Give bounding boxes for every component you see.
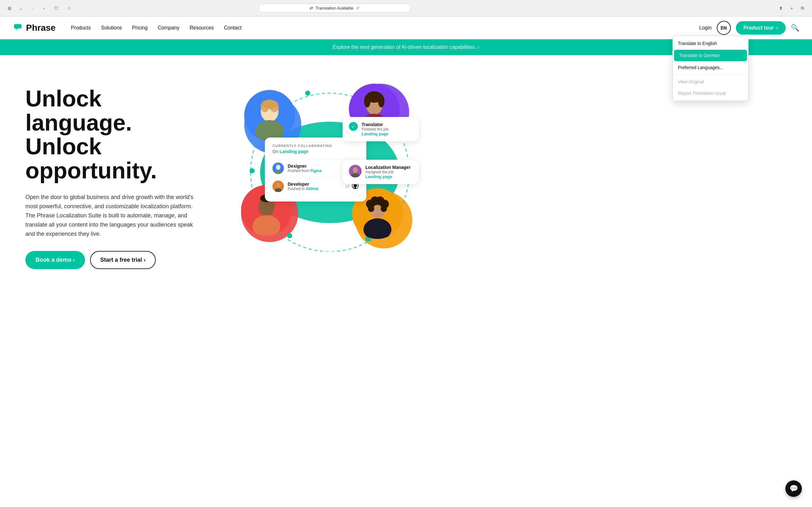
- github-link[interactable]: GitHub: [306, 187, 318, 191]
- browser-controls: ⊞ ⌄ ‹ ›: [5, 4, 48, 13]
- designer-name: Designer: [288, 164, 342, 169]
- dropdown-view-original: View Original: [673, 76, 748, 88]
- manager-action: Assigned the job: [365, 170, 410, 174]
- developer-action: Pushed to GitHub: [288, 187, 341, 191]
- logo-text: Phrase: [26, 23, 55, 33]
- hero-title-line2: Unlock opportunity.: [26, 134, 157, 183]
- phrase-logo-icon: [13, 23, 23, 33]
- nav-right: Login EN Product tour › 🔍: [699, 21, 799, 35]
- language-button[interactable]: EN: [717, 21, 731, 35]
- search-button[interactable]: 🔍: [791, 24, 799, 32]
- nav-products[interactable]: Products: [71, 25, 91, 31]
- hero-visual: CURRENTLY COLLABORATING On Landing page …: [216, 74, 432, 251]
- manager-card: Localization Manager Assigned the job La…: [343, 160, 419, 184]
- hero-description: Open the door to global business and dri…: [26, 193, 203, 238]
- svg-point-37: [276, 165, 281, 170]
- collab-link[interactable]: Landing page: [280, 149, 309, 154]
- manager-avatar-img: [349, 165, 362, 177]
- svg-point-16: [263, 100, 276, 109]
- developer-info: Developer Pushed to GitHub: [288, 181, 341, 191]
- tabs-icon[interactable]: ⧉: [798, 4, 807, 13]
- banner-text: Explore the next generation of AI-driven…: [333, 44, 479, 50]
- designer-avatar: [272, 163, 284, 174]
- address-bar[interactable]: ⇄ Translation Available ↺: [258, 3, 411, 13]
- svg-point-22: [378, 95, 385, 107]
- translate-icon: ⇄: [310, 6, 313, 10]
- logo[interactable]: Phrase: [13, 23, 55, 33]
- nav-contact[interactable]: Contact: [224, 25, 241, 31]
- nav-company[interactable]: Company: [158, 25, 179, 31]
- forward-btn[interactable]: ›: [39, 4, 48, 13]
- svg-point-35: [380, 206, 387, 212]
- translator-info: Translator Finished the job Landing page: [362, 122, 389, 136]
- hero-buttons: Book a demo › Start a free trial ›: [26, 251, 203, 269]
- person-avatar-1: [244, 90, 295, 141]
- address-text: Translation Available: [316, 6, 353, 10]
- hero-content: Unlock language. Unlock opportunity. Ope…: [26, 74, 203, 269]
- svg-point-6: [305, 91, 310, 96]
- svg-point-7: [250, 168, 255, 173]
- developer-avatar-img: [272, 181, 284, 192]
- manager-info: Localization Manager Assigned the job La…: [365, 165, 410, 179]
- translation-dropdown: Translate to English Translate to German…: [672, 36, 749, 101]
- browser-chrome: ⊞ ⌄ ‹ › 🛡 ☆ ⇄ Translation Available ↺ ⬆ …: [0, 0, 812, 16]
- manager-role: Localization Manager: [365, 165, 410, 170]
- chevron-down-btn[interactable]: ⌄: [16, 4, 26, 13]
- nav-links: Products Solutions Pricing Company Resou…: [71, 25, 241, 31]
- manager-avatar: [349, 165, 362, 177]
- new-tab-icon[interactable]: +: [787, 4, 796, 13]
- book-demo-button[interactable]: Book a demo ›: [26, 251, 85, 269]
- figma-link[interactable]: Figma: [310, 169, 321, 173]
- dropdown-preferred-langs[interactable]: Preferred Languages...: [673, 62, 748, 73]
- translator-action: Finished the job: [362, 127, 389, 131]
- svg-point-21: [364, 95, 370, 107]
- dropdown-translate-en[interactable]: Translate to English: [673, 38, 748, 49]
- developer-name: Developer: [288, 181, 341, 187]
- back-btn[interactable]: ‹: [28, 4, 37, 13]
- shield-icon[interactable]: 🛡: [52, 4, 61, 13]
- hero-title: Unlock language. Unlock opportunity.: [26, 87, 203, 182]
- share-icon[interactable]: ⬆: [776, 4, 785, 13]
- translator-role: Translator: [362, 122, 389, 127]
- dropdown-report-issue: Report Translation Issue: [673, 88, 748, 99]
- collab-title: CURRENTLY COLLABORATING: [272, 144, 359, 148]
- translator-link[interactable]: Landing page: [362, 131, 389, 136]
- manager-link[interactable]: Landing page: [365, 174, 410, 179]
- translator-check-icon: ✓: [349, 122, 358, 131]
- bookmark-icon[interactable]: ☆: [65, 4, 73, 13]
- product-tour-label: Product tour: [744, 25, 774, 31]
- svg-point-8: [287, 233, 292, 238]
- sidebar-toggle-btn[interactable]: ⊞: [5, 4, 14, 13]
- start-trial-button[interactable]: Start a free trial ›: [90, 251, 156, 269]
- designer-action: Pushed from Figma: [288, 169, 342, 173]
- svg-point-34: [368, 206, 374, 212]
- translator-card: ✓ Translator Finished the job Landing pa…: [343, 117, 419, 141]
- browser-actions: ⬆ + ⧉: [776, 4, 807, 13]
- dropdown-translate-de[interactable]: Translate to German: [674, 50, 747, 61]
- designer-avatar-img: [272, 163, 284, 174]
- nav-resources[interactable]: Resources: [190, 25, 214, 31]
- avatar-top-left: [244, 90, 295, 141]
- product-tour-button[interactable]: Product tour ›: [736, 21, 786, 35]
- svg-point-45: [276, 183, 281, 188]
- svg-point-49: [353, 167, 358, 173]
- developer-avatar: [272, 181, 284, 192]
- nav-solutions[interactable]: Solutions: [101, 25, 122, 31]
- designer-info: Designer Pushed from Figma: [288, 164, 342, 173]
- dropdown-divider: [673, 74, 748, 75]
- hero-title-line1: Unlock language.: [26, 86, 132, 135]
- product-tour-arrow: ›: [776, 25, 778, 31]
- reload-icon: ↺: [356, 6, 359, 10]
- navbar: Phrase Products Solutions Pricing Compan…: [0, 16, 812, 39]
- nav-pricing[interactable]: Pricing: [132, 25, 148, 31]
- login-link[interactable]: Login: [699, 25, 712, 31]
- collab-subtitle: On Landing page: [272, 149, 359, 154]
